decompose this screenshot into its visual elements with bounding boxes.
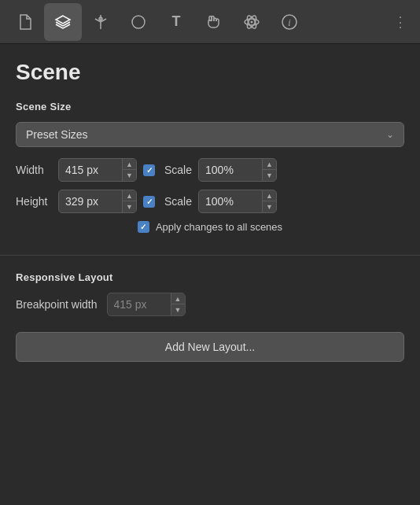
height-scale-stepper: ▲ ▼ xyxy=(262,190,276,212)
svg-point-5 xyxy=(251,20,253,23)
height-scale-input-wrap: ▲ ▼ xyxy=(198,190,277,213)
svg-rect-1 xyxy=(132,16,145,28)
width-input[interactable] xyxy=(59,160,122,180)
info-icon[interactable]: i xyxy=(271,3,308,41)
height-scale-label: Scale xyxy=(164,195,192,208)
height-input[interactable] xyxy=(59,191,122,212)
responsive-layout-label: Responsive Layout xyxy=(16,271,404,283)
width-input-wrap: ▲ ▼ xyxy=(58,158,137,182)
text-icon-label: T xyxy=(172,13,181,30)
svg-text:i: i xyxy=(288,17,290,28)
add-new-layout-button[interactable]: Add New Layout... xyxy=(16,332,404,362)
width-scale-stepper: ▲ ▼ xyxy=(262,159,276,181)
height-label: Height xyxy=(16,195,52,208)
atom-icon[interactable] xyxy=(233,3,271,41)
width-scale-input-wrap: ▲ ▼ xyxy=(198,158,277,182)
height-stepper-down[interactable]: ▼ xyxy=(123,201,136,212)
shape-icon[interactable] xyxy=(120,3,157,41)
breakpoint-stepper: ▲ ▼ xyxy=(171,293,185,315)
file-icon[interactable] xyxy=(6,3,44,41)
width-scale-stepper-down[interactable]: ▼ xyxy=(263,170,276,181)
main-content: Scene Scene Size Preset Sizes ⌄ Width ▲ … xyxy=(0,44,420,378)
apply-all-label: Apply changes to all scenes xyxy=(156,221,282,233)
preset-sizes-label: Preset Sizes xyxy=(26,128,88,141)
scene-size-label: Scene Size xyxy=(16,101,404,112)
width-stepper: ▲ ▼ xyxy=(122,159,136,181)
apply-all-row: ✓ Apply changes to all scenes xyxy=(16,221,404,233)
chevron-down-icon: ⌄ xyxy=(386,129,394,140)
breakpoint-stepper-down[interactable]: ▼ xyxy=(171,304,185,315)
width-stepper-down[interactable]: ▼ xyxy=(123,170,136,181)
breakpoint-input[interactable] xyxy=(108,294,171,315)
layers-icon[interactable] xyxy=(44,3,82,41)
height-scale-stepper-down[interactable]: ▼ xyxy=(263,201,276,212)
width-scale-checkbox-wrap: ✓ xyxy=(143,164,155,176)
breakpoint-stepper-up[interactable]: ▲ xyxy=(171,293,185,304)
height-scale-checkmark: ✓ xyxy=(146,197,153,206)
height-scale-checkbox[interactable]: ✓ xyxy=(143,196,155,208)
height-scale-checkbox-wrap: ✓ xyxy=(143,196,155,208)
width-scale-input[interactable] xyxy=(199,160,262,180)
apply-all-checkbox[interactable]: ✓ xyxy=(138,221,149,233)
width-scale-checkbox[interactable]: ✓ xyxy=(143,164,155,176)
height-stepper: ▲ ▼ xyxy=(122,190,136,212)
toolbar-more[interactable]: ⋮ xyxy=(387,13,414,31)
text-icon[interactable]: T xyxy=(157,3,195,41)
width-scale-checkmark: ✓ xyxy=(146,166,153,175)
width-row: Width ▲ ▼ ✓ Scale ▲ ▼ xyxy=(16,158,404,182)
section-divider xyxy=(0,255,420,256)
hand-icon[interactable] xyxy=(195,3,233,41)
width-scale-label: Scale xyxy=(164,164,192,176)
width-label: Width xyxy=(16,164,52,176)
preset-sizes-dropdown[interactable]: Preset Sizes ⌄ xyxy=(16,122,404,147)
page-title: Scene xyxy=(16,60,404,85)
breakpoint-input-wrap: ▲ ▼ xyxy=(107,293,186,316)
toolbar: T i ⋮ xyxy=(0,0,420,44)
breakpoint-label: Breakpoint width xyxy=(16,298,98,311)
height-input-wrap: ▲ ▼ xyxy=(58,190,137,213)
width-stepper-up[interactable]: ▲ xyxy=(123,159,136,170)
height-stepper-up[interactable]: ▲ xyxy=(123,190,136,201)
height-row: Height ▲ ▼ ✓ Scale ▲ ▼ xyxy=(16,190,404,213)
width-scale-stepper-up[interactable]: ▲ xyxy=(263,159,276,170)
compass-icon[interactable] xyxy=(82,3,120,41)
height-scale-stepper-up[interactable]: ▲ xyxy=(263,190,276,201)
height-scale-input[interactable] xyxy=(199,191,262,212)
apply-all-checkmark: ✓ xyxy=(140,223,146,231)
breakpoint-row: Breakpoint width ▲ ▼ xyxy=(16,293,404,316)
